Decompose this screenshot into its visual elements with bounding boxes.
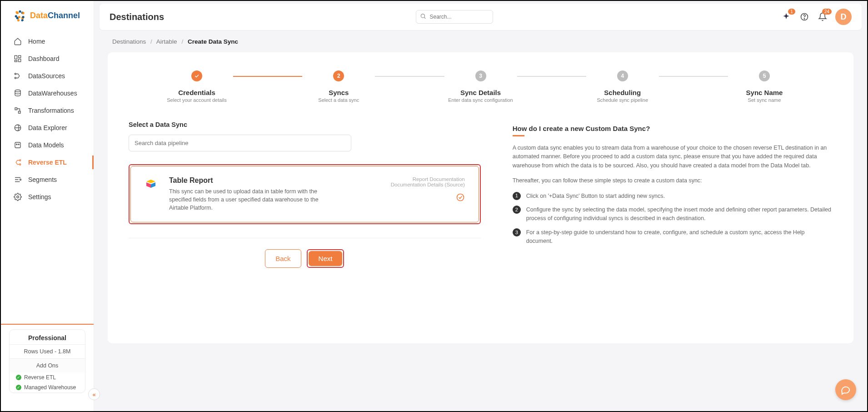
svg-point-29: [457, 194, 464, 201]
sidebar-item-reverseetl[interactable]: Reverse ETL: [1, 154, 94, 171]
step-circle: 4: [617, 70, 628, 81]
plan-title: Professional: [10, 330, 85, 344]
models-icon: [14, 141, 22, 149]
help-steps-list: 1Click on '+Data Sync' Button to start a…: [513, 192, 833, 246]
reverseetl-icon: [14, 158, 22, 166]
pipeline-search-input[interactable]: [129, 135, 351, 151]
step-circle: 3: [475, 70, 486, 81]
step-title: Syncs: [329, 89, 349, 96]
sidebar-collapse-button[interactable]: «: [88, 388, 100, 400]
help-body2: Thereafter, you can follow these simple …: [513, 176, 833, 185]
sidebar-item-datawarehouses[interactable]: DataWarehouses: [1, 85, 94, 102]
transform-icon: [14, 106, 22, 115]
svg-rect-11: [15, 60, 17, 62]
step-title: Scheduling: [604, 89, 641, 96]
back-button[interactable]: Back: [265, 249, 301, 268]
svg-marker-28: [151, 182, 155, 188]
svg-point-1: [19, 10, 21, 13]
svg-point-0: [15, 11, 18, 13]
help-icon: [800, 12, 809, 21]
svg-point-20: [20, 164, 21, 165]
step-number-badge: 2: [513, 206, 521, 214]
source-doc-link[interactable]: Documentation Details (Source): [391, 182, 465, 187]
step-title: Sync Name: [746, 89, 783, 96]
svg-point-6: [17, 19, 20, 21]
help-divider: [513, 135, 524, 136]
sidebar-item-label: Data Models: [28, 141, 64, 149]
help-body: A custom data sync enables you to stream…: [513, 144, 833, 170]
breadcrumb-current: Create Data Sync: [188, 38, 238, 45]
help-step-item: 3For a step-by-step guide to understand …: [513, 228, 833, 246]
step-connector: [233, 76, 302, 77]
sidebar-item-label: Data Explorer: [28, 124, 67, 131]
plan-addons-title: Add Ons: [10, 358, 85, 372]
svg-point-7: [21, 19, 24, 21]
report-doc-link[interactable]: Report Documentation: [391, 176, 465, 182]
step-circle: [191, 70, 202, 81]
sidebar-item-transformations[interactable]: Transformations: [1, 102, 94, 119]
plan-card: Professional Rows Used - 1.8M Add Ons ✓R…: [9, 329, 85, 393]
topbar-right: 1 24 D: [781, 9, 852, 25]
sync-card-right: Report Documentation Documentation Detai…: [391, 176, 465, 203]
page-title: Destinations: [110, 12, 164, 22]
main: Destinations 1 24 D Destinations / Airta…: [94, 1, 867, 411]
svg-rect-16: [15, 142, 20, 148]
step-syncname[interactable]: 5 Sync Name Set sync name: [728, 70, 801, 103]
sync-card-table-report[interactable]: Table Report This sync can be used to up…: [130, 166, 479, 222]
sidebar-item-label: Home: [28, 38, 45, 45]
sidebar-item-dashboard[interactable]: Dashboard: [1, 50, 94, 67]
content-card: Credentials Select your account details …: [108, 52, 853, 343]
help-title: How do I create a new Custom Data Sync?: [513, 125, 833, 132]
sparkle-badge: 1: [788, 9, 795, 15]
step-number-badge: 1: [513, 192, 521, 200]
step-subtitle: Schedule sync pipeline: [597, 97, 648, 103]
selected-check-icon: [456, 193, 465, 202]
segments-icon: [14, 176, 22, 184]
search-input[interactable]: [416, 10, 493, 24]
step-number-badge: 3: [513, 228, 521, 236]
svg-point-17: [16, 144, 17, 145]
svg-point-22: [17, 196, 19, 198]
bell-icon-button[interactable]: 24: [817, 11, 828, 22]
logo[interactable]: DataChannel: [1, 1, 94, 29]
explorer-icon: [14, 124, 22, 132]
svg-rect-8: [15, 55, 17, 59]
avatar[interactable]: D: [835, 9, 852, 25]
svg-point-13: [15, 77, 16, 79]
warehouse-icon: [14, 89, 22, 97]
sync-card-body: Table Report This sync can be used to up…: [169, 176, 333, 212]
sidebar-item-label: DataSources: [28, 72, 65, 80]
step-subtitle: Enter data sync configuration: [448, 97, 513, 103]
nav: Home Dashboard DataSources DataWarehouse…: [1, 29, 94, 209]
sidebar-item-home[interactable]: Home: [1, 33, 94, 50]
sidebar-item-datasources[interactable]: DataSources: [1, 67, 94, 85]
sidebar-item-label: Reverse ETL: [28, 159, 67, 166]
sidebar-item-datamodels[interactable]: Data Models: [1, 136, 94, 154]
step-connector: [659, 76, 728, 77]
chat-fab-button[interactable]: [835, 379, 856, 400]
breadcrumb-link[interactable]: Destinations: [112, 38, 146, 45]
plan-rows-used: Rows Used - 1.8M: [10, 344, 85, 358]
svg-marker-26: [146, 180, 155, 183]
sidebar-item-dataexplorer[interactable]: Data Explorer: [1, 119, 94, 136]
sidebar-item-settings[interactable]: Settings: [1, 188, 94, 206]
sparkle-icon-button[interactable]: 1: [781, 11, 792, 22]
plan-addon-item: ✓Managed Warehouse: [10, 382, 85, 392]
sidebar-plan-section: Professional Rows Used - 1.8M Add Ons ✓R…: [1, 324, 94, 411]
svg-point-21: [20, 179, 21, 181]
step-syncdetails[interactable]: 3 Sync Details Enter data sync configura…: [444, 70, 517, 103]
step-connector: [517, 76, 586, 77]
step-credentials[interactable]: Credentials Select your account details: [160, 70, 233, 103]
svg-rect-9: [19, 55, 21, 58]
plan-addon-item: ✓Reverse ETL: [10, 372, 85, 382]
help-icon-button[interactable]: [799, 11, 810, 22]
step-syncs[interactable]: 2 Syncs Select a data sync: [302, 70, 375, 103]
step-subtitle: Select your account details: [167, 97, 226, 103]
breadcrumb-link[interactable]: Airtable: [156, 38, 177, 45]
svg-point-19: [20, 160, 21, 161]
next-button[interactable]: Next: [309, 251, 343, 266]
sidebar-item-segments[interactable]: Segments: [1, 171, 94, 188]
sidebar-item-label: Dashboard: [28, 55, 60, 62]
svg-rect-10: [19, 59, 21, 62]
step-scheduling[interactable]: 4 Scheduling Schedule sync pipeline: [586, 70, 659, 103]
